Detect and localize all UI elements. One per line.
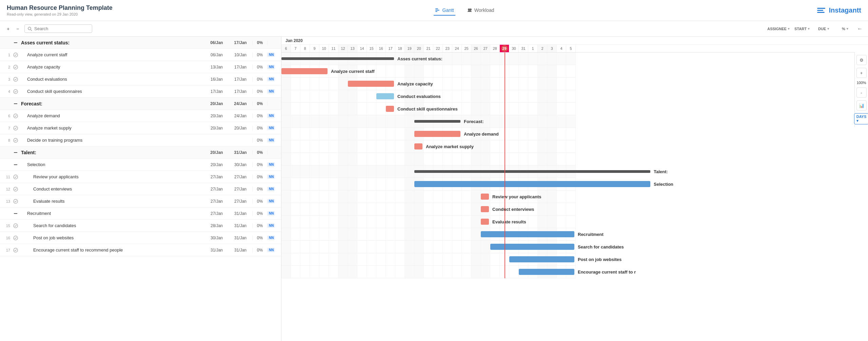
collapse-icon[interactable] <box>14 212 18 216</box>
collapse-icon[interactable] <box>14 41 18 45</box>
gantt-label: Selection <box>654 182 673 187</box>
nn-badge: NN <box>268 199 275 203</box>
gantt-day: 18 <box>395 45 405 52</box>
search-input[interactable] <box>34 26 82 31</box>
gantt-bar <box>414 143 422 149</box>
task-row: Selection20/Jan30/Jan0%NN <box>0 159 281 171</box>
svg-rect-2 <box>435 11 437 12</box>
check-circle-icon <box>13 235 18 241</box>
nn-badge: NN <box>268 65 275 69</box>
task-row: Asses current status:06/Jan17/Jan0% <box>0 37 281 49</box>
gantt-label: Conduct evaluations <box>397 94 441 99</box>
task-row: 7Analyze market supply20/Jan20/Jan0%NN <box>0 122 281 134</box>
gantt-task-row: Talent: <box>281 165 576 178</box>
svg-line-9 <box>31 29 32 31</box>
nn-badge: NN <box>268 53 275 57</box>
task-row: 11Review your applicants27/Jan27/Jan0%NN <box>0 171 281 183</box>
zoom-out-button[interactable]: - <box>856 87 867 98</box>
gantt-day: 12 <box>338 45 348 52</box>
gantt-label: Forecast: <box>464 119 484 124</box>
task-row: 13Evaluate results27/Jan27/Jan0%NN <box>0 195 281 207</box>
gantt-day: 13 <box>348 45 357 52</box>
check-circle-icon <box>13 89 18 94</box>
gantt-month-row: Jan 2020 <box>281 37 868 45</box>
collapse-icon[interactable] <box>14 151 18 155</box>
gantt-day: 15 <box>367 45 376 52</box>
gantt-bar <box>414 181 650 187</box>
task-row: 6Analyze demand20/Jan24/Jan0%NN <box>0 110 281 122</box>
remove-row-button[interactable]: − <box>14 25 22 33</box>
gantt-day: 19 <box>405 45 414 52</box>
due-col-header[interactable]: DUE ▼ <box>815 27 839 31</box>
svg-rect-6 <box>817 10 823 11</box>
gantt-label: Asses current status: <box>397 56 442 61</box>
gantt-month-label: Jan 2020 <box>283 38 305 43</box>
gantt-bar <box>481 194 489 200</box>
gantt-task-row: Conduct enterviews <box>281 203 576 216</box>
gantt-day: 28 <box>490 45 500 52</box>
task-row: 1Analyze current staff06/Jan10/Jan0%NN <box>0 49 281 61</box>
gantt-day: 11 <box>329 45 338 52</box>
gantt-task-row: Analyze demand <box>281 128 576 140</box>
collapse-icon[interactable] <box>14 102 18 106</box>
svg-rect-1 <box>435 10 439 11</box>
chart-type-button[interactable]: 📊 <box>856 100 867 111</box>
gantt-day: 14 <box>357 45 367 52</box>
svg-rect-7 <box>817 12 825 13</box>
start-col-header[interactable]: START ▼ <box>792 27 815 31</box>
gantt-bar <box>348 81 394 87</box>
gantt-day: 1 <box>528 45 538 52</box>
gantt-days-row: 6789101112131415161718192021222324252627… <box>281 45 868 52</box>
check-circle-icon <box>13 52 18 58</box>
pct-col-header[interactable]: % ▼ <box>839 27 854 31</box>
right-sidebar: ⚙ + 100% - 📊 DAYS ▾ <box>854 52 868 127</box>
task-row: 12Conduct enterviews27/Jan27/Jan0%NN <box>0 183 281 195</box>
gantt-task-row: Review your applicants <box>281 190 576 203</box>
gantt-bar <box>481 206 489 212</box>
add-row-button[interactable]: + <box>4 25 12 33</box>
gantt-task-row: Recruitment <box>281 228 576 241</box>
gantt-label: Analyze current staff <box>331 69 375 74</box>
gantt-bar <box>481 231 574 237</box>
gantt-day: 26 <box>471 45 481 52</box>
gantt-bar <box>414 170 650 173</box>
gantt-bar <box>376 93 394 99</box>
app-container: Human Resource Planning Template Read-on… <box>0 0 868 341</box>
tab-gantt[interactable]: Gantt <box>434 5 455 16</box>
gantt-label: Evaluate results <box>492 219 526 224</box>
svg-point-8 <box>28 27 31 30</box>
gantt-label: Conduct skill questionnaires <box>397 106 458 112</box>
nn-badge: NN <box>268 187 275 191</box>
gantt-label: Review your applicants <box>492 194 541 199</box>
gantt-label: Conduct enterviews <box>492 207 534 212</box>
gantt-day: 20 <box>414 45 424 52</box>
tab-workload[interactable]: Workload <box>466 5 496 16</box>
gantt-label: Recruitment <box>578 232 604 237</box>
task-list: Asses current status:06/Jan17/Jan0%1Anal… <box>0 37 281 341</box>
gantt-task-row: Search for candidates <box>281 241 576 253</box>
gantt-bar <box>481 219 489 225</box>
column-headers: ASSIGNEE ▼ START ▼ DUE ▼ % ▼ ← <box>765 25 864 33</box>
gantt-label: Analyze demand <box>464 132 499 137</box>
task-row: 3Conduct evaluations16/Jan17/Jan0%NN <box>0 73 281 85</box>
header-left: Human Resource Planning Template Read-on… <box>7 4 113 16</box>
task-row: 17Encourage current staff to recommend p… <box>0 244 281 256</box>
gantt-day: 4 <box>557 45 566 52</box>
assignee-col-header[interactable]: ASSIGNEE ▼ <box>765 27 792 31</box>
collapse-icon[interactable] <box>14 163 18 167</box>
settings-button[interactable]: ⚙ <box>856 55 867 65</box>
back-button[interactable]: ← <box>856 25 864 33</box>
task-row: 2Analyze capacity13/Jan17/Jan0%NN <box>0 61 281 73</box>
gantt-day: 3 <box>547 45 557 52</box>
nn-badge: NN <box>268 89 275 94</box>
zoom-in-button[interactable]: + <box>856 68 867 78</box>
header-tabs: Gantt Workload <box>434 5 496 16</box>
nn-badge: NN <box>268 77 275 81</box>
zoom-level: 100% <box>856 81 866 85</box>
gantt-day: 2 <box>538 45 547 52</box>
gantt-bar <box>509 256 574 262</box>
gantt-task-row: Post on job websites <box>281 253 576 266</box>
svg-point-4 <box>470 8 472 11</box>
search-icon <box>27 26 32 31</box>
days-view-button[interactable]: DAYS ▾ <box>854 113 868 124</box>
